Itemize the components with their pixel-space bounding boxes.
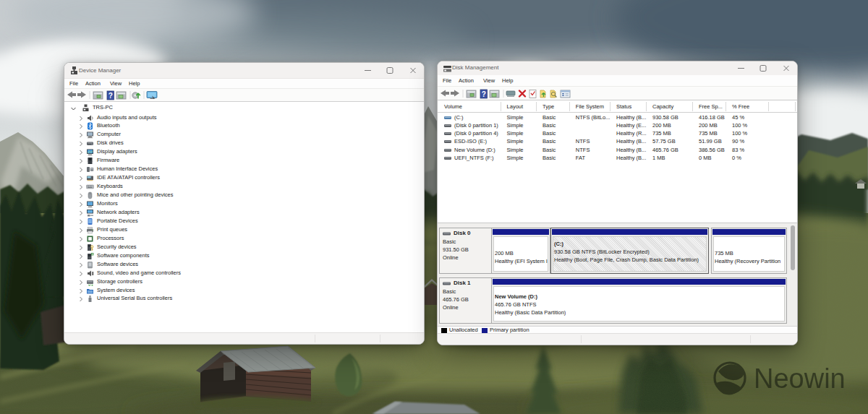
svg-text:Neowin: Neowin — [754, 363, 846, 394]
svg-text:?: ? — [482, 90, 486, 98]
svg-text:?: ? — [109, 92, 113, 100]
